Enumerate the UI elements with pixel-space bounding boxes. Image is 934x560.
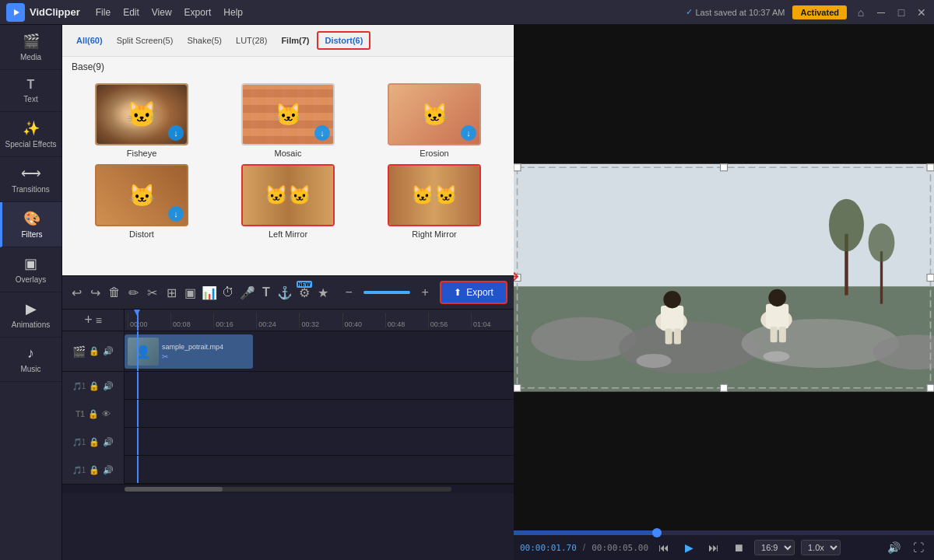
- volume-button[interactable]: 🔊: [884, 538, 903, 557]
- track-audio-icon[interactable]: 🔊: [103, 346, 114, 356]
- chart-button[interactable]: 📊: [202, 281, 217, 304]
- play-button[interactable]: ▶: [679, 538, 698, 557]
- track-text-lock[interactable]: 🔒: [88, 409, 99, 419]
- redo-button[interactable]: ↪: [87, 281, 103, 304]
- svg-rect-27: [927, 164, 934, 171]
- track-audio3-vol[interactable]: 🔊: [103, 465, 114, 475]
- activated-button[interactable]: Activated: [792, 5, 847, 19]
- track-text: T1 🔒 👁: [62, 400, 514, 428]
- filter-thumb-fisheye[interactable]: 🐱 ↓: [95, 83, 188, 145]
- effects-button[interactable]: ⚙NEW: [297, 281, 312, 304]
- app-logo: [6, 3, 25, 22]
- edit-button[interactable]: ✏: [125, 281, 141, 304]
- menu-help[interactable]: Help: [223, 7, 243, 18]
- filter-item-distort[interactable]: 🐱 ↓ Distort: [72, 164, 212, 239]
- fullscreen-button[interactable]: ⛶: [909, 538, 928, 557]
- sidebar-item-transitions[interactable]: ⟷ Transitions: [0, 157, 61, 202]
- sidebar-item-special-effects[interactable]: ✨ Special Effects: [0, 112, 61, 157]
- timer-button[interactable]: ⏱: [220, 281, 236, 304]
- star-button[interactable]: ★: [315, 281, 331, 304]
- filter-item-rightmirror[interactable]: 🐱🐱 Right Mirror: [364, 164, 504, 239]
- title-right-controls: ✓ Last saved at 10:37 AM Activated ⌂ ─ □…: [686, 5, 929, 19]
- save-status: ✓ Last saved at 10:37 AM: [686, 7, 785, 17]
- menu-file[interactable]: File: [96, 7, 111, 18]
- track-text-eye[interactable]: 👁: [102, 409, 111, 418]
- timeline-menu-button[interactable]: ≡: [96, 314, 102, 327]
- video-preview[interactable]: [514, 25, 934, 530]
- filter-thumb-rightmirror[interactable]: 🐱🐱: [388, 164, 481, 226]
- zoom-in-button[interactable]: +: [413, 281, 437, 304]
- zoom-out-button[interactable]: −: [337, 281, 360, 304]
- sidebar-item-filters[interactable]: 🎨 Filters: [0, 202, 61, 247]
- track-audio1-vol[interactable]: 🔊: [103, 381, 114, 391]
- time-total: 00:00:05.00: [592, 543, 648, 553]
- filter-thumb-leftmirror[interactable]: 🐱🐱: [241, 164, 335, 226]
- track-audio3-lock[interactable]: 🔒: [89, 465, 100, 475]
- track-audio2-area[interactable]: [125, 428, 514, 455]
- filter-item-mosaic[interactable]: 🐱 ↓ Mosaic: [218, 83, 358, 158]
- stop-button[interactable]: ⏹: [729, 538, 748, 557]
- tab-shake[interactable]: Shake(5): [181, 33, 228, 48]
- tab-distort[interactable]: Distort(6): [317, 31, 370, 50]
- svg-point-5: [619, 321, 759, 374]
- track-audio2-lock[interactable]: 🔒: [89, 437, 100, 447]
- skip-back-button[interactable]: ⏮: [655, 538, 673, 557]
- download-icon-fisheye: ↓: [168, 125, 184, 141]
- track-audio3-area[interactable]: [125, 456, 514, 483]
- sidebar-item-overlays[interactable]: ▣ Overlays: [0, 247, 61, 292]
- download-icon-erosion: ↓: [461, 125, 476, 141]
- track-video-area[interactable]: 👤 sample_potrait.mp4 ✂: [125, 331, 514, 371]
- transitions-icon: ⟷: [21, 165, 41, 182]
- tab-film[interactable]: Film(7): [275, 33, 315, 48]
- track-audio1-lock[interactable]: 🔒: [89, 381, 100, 391]
- timeline-scrollbar[interactable]: [62, 484, 514, 493]
- toolbar: ↩ ↪ 🗑 ✏ ✂ ⊞ ▣ 📊 ⏱ 🎤 T ⚓ ⚙NEW ★ − + ⬆: [62, 275, 514, 310]
- export-icon: ⬆: [454, 287, 462, 298]
- filter-item-leftmirror[interactable]: 🐱🐱 Left Mirror: [218, 164, 358, 239]
- transform-button[interactable]: ▣: [182, 281, 198, 304]
- minimize-button[interactable]: ─: [875, 6, 887, 19]
- animations-icon: ▶: [26, 300, 37, 317]
- zoom-select[interactable]: 1.0x: [801, 540, 841, 555]
- tab-lut[interactable]: LUT(28): [230, 33, 273, 48]
- filter-item-erosion[interactable]: 🐱 ↓ Erosion: [364, 83, 504, 158]
- anchor-button[interactable]: ⚓: [277, 281, 293, 304]
- text-button[interactable]: T: [258, 281, 274, 304]
- delete-button[interactable]: 🗑: [107, 281, 122, 304]
- skip-forward-button[interactable]: ⏭: [704, 538, 723, 557]
- sidebar-item-music[interactable]: ♪ Music: [0, 338, 61, 382]
- home-button[interactable]: ⌂: [855, 6, 867, 19]
- video-clip[interactable]: 👤 sample_potrait.mp4 ✂: [125, 334, 253, 369]
- timeline-add-button[interactable]: +: [84, 312, 93, 328]
- sidebar-item-text[interactable]: T Text: [0, 70, 61, 112]
- svg-point-8: [637, 354, 672, 368]
- maximize-button[interactable]: □: [895, 6, 908, 19]
- cut-button[interactable]: ✂: [145, 281, 160, 304]
- playhead-thumb[interactable]: [652, 528, 662, 537]
- track-video-controls: 🎬 🔒 🔊: [62, 331, 125, 371]
- track-lock-icon[interactable]: 🔒: [89, 346, 100, 356]
- aspect-ratio-select[interactable]: 16:9: [754, 540, 795, 555]
- svg-rect-32: [927, 384, 934, 391]
- progress-bar[interactable]: [514, 530, 934, 535]
- track-audio2-vol[interactable]: 🔊: [103, 437, 114, 447]
- track-audio1-area[interactable]: [125, 372, 514, 399]
- tab-all[interactable]: All(60): [70, 33, 109, 48]
- menu-export[interactable]: Export: [184, 7, 212, 18]
- menu-edit[interactable]: Edit: [123, 7, 139, 18]
- filter-thumb-erosion[interactable]: 🐱 ↓: [388, 83, 481, 145]
- sidebar-item-media[interactable]: 🎬 Media: [0, 25, 61, 70]
- tab-split-screen[interactable]: Split Screen(5): [111, 33, 180, 48]
- sidebar-item-animations[interactable]: ▶ Animations: [0, 292, 61, 338]
- filter-item-fisheye[interactable]: 🐱 ↓ Fisheye: [72, 83, 212, 158]
- menu-view[interactable]: View: [152, 7, 172, 18]
- filter-thumb-mosaic[interactable]: 🐱 ↓: [241, 83, 335, 145]
- close-button[interactable]: ✕: [915, 6, 928, 19]
- crop-button[interactable]: ⊞: [163, 281, 179, 304]
- filter-thumb-distort[interactable]: 🐱 ↓: [95, 164, 188, 226]
- undo-button[interactable]: ↩: [68, 281, 84, 304]
- track-text-area[interactable]: [125, 400, 514, 427]
- zoom-slider[interactable]: [363, 291, 410, 294]
- export-button[interactable]: ⬆ Export: [440, 281, 507, 304]
- audio-button[interactable]: 🎤: [239, 281, 255, 304]
